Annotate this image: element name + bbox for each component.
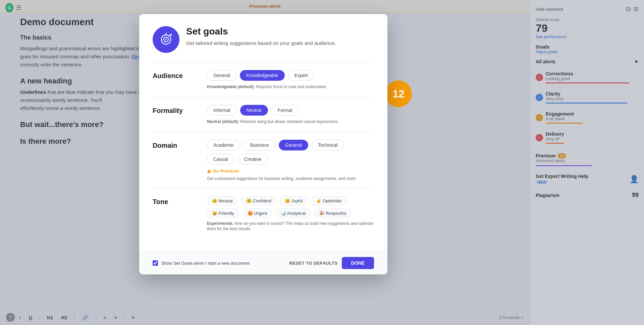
tone-row: Tone 😐 Neutral 🤗 Confident 😊 Joyful ✌️ O…	[153, 196, 374, 232]
domain-creative-btn[interactable]: Creative	[238, 154, 268, 165]
domain-casual-btn[interactable]: Casual	[207, 154, 234, 165]
reset-defaults-btn[interactable]: RESET TO DEFAULTS	[289, 261, 338, 266]
domain-note: Get customized suggestions for business …	[207, 176, 374, 181]
audience-content: General Knowledgeable Expert Knowledgeab…	[207, 70, 374, 90]
modal-footer-actions: RESET TO DEFAULTS DONE	[289, 257, 374, 269]
tone-friendly-btn[interactable]: 😸 Friendly	[207, 208, 239, 218]
tone-analytical-btn[interactable]: 📊 Analytical	[276, 208, 311, 218]
go-premium-link[interactable]: Go Premium	[213, 169, 239, 174]
tone-respectful-btn[interactable]: 🎉 Respectful	[314, 208, 351, 218]
audience-expert-btn[interactable]: Expert	[288, 70, 314, 81]
modal-content: Set goals Get tailored writing suggestio…	[139, 14, 387, 251]
formality-row: Formality Informal Neutral Formal Neutra…	[153, 105, 374, 125]
domain-academic-btn[interactable]: Academic	[207, 140, 240, 150]
score-circle-badge: 12	[385, 80, 412, 107]
formality-note-bold: Neutral (default):	[207, 119, 239, 124]
domain-general-btn[interactable]: General	[279, 140, 308, 150]
formality-section: Formality Informal Neutral Formal Neutra…	[153, 97, 374, 132]
formality-neutral-btn[interactable]: Neutral	[240, 105, 268, 116]
audience-label: Audience	[153, 70, 196, 80]
tone-urgent-btn[interactable]: 😡 Urgent	[243, 208, 272, 218]
audience-note: Knowledgeable (default): Requires focus …	[207, 84, 374, 90]
formality-pills: Informal Neutral Formal	[207, 105, 374, 116]
formality-informal-btn[interactable]: Informal	[207, 105, 237, 116]
modal-header: Set goals Get tailored writing suggestio…	[153, 26, 374, 53]
audience-knowledgeable-btn[interactable]: Knowledgeable	[240, 70, 285, 81]
domain-business-btn[interactable]: Business	[244, 140, 275, 150]
formality-content: Informal Neutral Formal Neutral (default…	[207, 105, 374, 125]
modal-description: Get tailored writing suggestions based o…	[186, 40, 336, 47]
tone-neutral-btn[interactable]: 😐 Neutral	[207, 196, 238, 206]
tone-confident-btn[interactable]: 🤗 Confident	[241, 196, 276, 206]
domain-technical-btn[interactable]: Technical	[312, 140, 344, 150]
tone-row-2: 😸 Friendly 😡 Urgent 📊 Analytical 🎉 Respe…	[207, 208, 374, 218]
show-goals-label: Show Set Goals when I start a new docume…	[161, 261, 250, 266]
set-goals-modal: Set goals Get tailored writing suggestio…	[139, 14, 387, 274]
tone-optimistic-btn[interactable]: ✌️ Optimistic	[311, 196, 347, 206]
svg-point-2	[165, 39, 167, 40]
domain-section: Domain Academic Business General Technic…	[153, 132, 374, 188]
modal-footer: Show Set Goals when I start a new docume…	[139, 251, 387, 274]
audience-row: Audience General Knowledgeable Expert Kn…	[153, 70, 374, 90]
modal-title-block: Set goals Get tailored writing suggestio…	[186, 26, 336, 47]
formality-note: Neutral (default): Restricts slang but a…	[207, 119, 374, 125]
modal-target-icon	[153, 26, 179, 53]
formality-label: Formality	[153, 105, 196, 115]
domain-label: Domain	[153, 140, 196, 149]
audience-pills: General Knowledgeable Expert	[207, 70, 374, 81]
tone-experimental-bold: Experimental.	[207, 221, 233, 226]
tone-row-1: 😐 Neutral 🤗 Confident 😊 Joyful ✌️ Optimi…	[207, 196, 374, 206]
tone-experimental-note: Experimental. How do you want to sound? …	[207, 221, 374, 232]
diamond-icon: ◆	[207, 168, 211, 174]
domain-pills: Academic Business General Technical Casu…	[207, 140, 374, 165]
audience-general-btn[interactable]: General	[207, 70, 236, 81]
domain-row: Domain Academic Business General Technic…	[153, 140, 374, 181]
domain-content: Academic Business General Technical Casu…	[207, 140, 374, 181]
tone-content: 😐 Neutral 🤗 Confident 😊 Joyful ✌️ Optimi…	[207, 196, 374, 232]
modal-title: Set goals	[186, 26, 336, 37]
tone-label: Tone	[153, 196, 196, 206]
audience-section: Audience General Knowledgeable Expert Kn…	[153, 62, 374, 97]
tone-section: Tone 😐 Neutral 🤗 Confident 😊 Joyful ✌️ O…	[153, 188, 374, 240]
done-btn[interactable]: DONE	[342, 257, 374, 269]
audience-note-bold: Knowledgeable (default):	[207, 84, 255, 89]
svg-line-4	[169, 34, 171, 36]
tone-joyful-btn[interactable]: 😊 Joyful	[280, 196, 308, 206]
show-goals-check: Show Set Goals when I start a new docume…	[153, 260, 250, 266]
domain-premium-tag: ◆ Go Premium	[207, 168, 374, 174]
show-goals-checkbox[interactable]	[153, 260, 158, 266]
formality-formal-btn[interactable]: Formal	[271, 105, 299, 116]
